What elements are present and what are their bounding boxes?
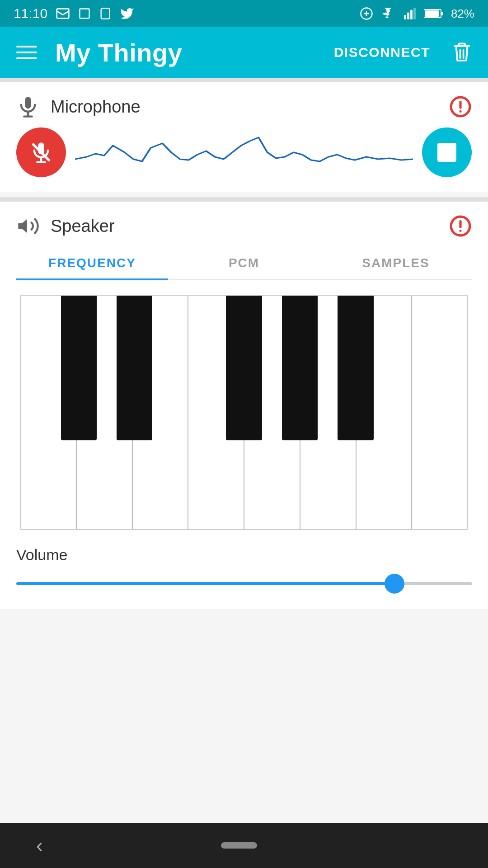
battery-icon [424, 8, 444, 19]
tab-frequency[interactable]: FREQUENCY [16, 247, 168, 279]
menu-line-1 [16, 46, 37, 47]
speaker-header-left: Speaker [16, 214, 115, 238]
svg-rect-8 [410, 10, 413, 19]
microphone-card: Microphone [0, 82, 488, 192]
mic-title: Microphone [51, 97, 141, 117]
menu-button[interactable] [16, 46, 37, 59]
svg-rect-7 [407, 13, 409, 19]
white-key-e[interactable] [133, 296, 189, 529]
battery-percent: 82% [451, 7, 474, 21]
back-button[interactable]: ‹ [36, 834, 43, 857]
white-key-b[interactable] [357, 296, 413, 529]
speaker-title: Speaker [51, 217, 115, 236]
white-key-c[interactable] [21, 296, 77, 529]
white-key-c2[interactable] [412, 296, 467, 529]
status-bar-right: 82% [360, 7, 474, 21]
speaker-card-header: Speaker [16, 214, 472, 238]
white-key-a[interactable] [300, 296, 357, 529]
volume-thumb[interactable] [385, 574, 404, 594]
svg-rect-1 [80, 9, 89, 19]
svg-rect-6 [404, 15, 406, 19]
add-icon [360, 7, 373, 20]
piano-keyboard[interactable] [20, 295, 468, 530]
svg-marker-25 [18, 219, 27, 233]
bottom-navigation: ‹ [0, 823, 488, 868]
white-key-g[interactable] [244, 296, 300, 529]
wifi-icon [380, 7, 396, 20]
mic-alert-icon [449, 95, 472, 118]
svg-point-28 [460, 230, 462, 232]
waveform-display [75, 127, 413, 177]
outlook-icon [56, 6, 70, 21]
volume-section: Volume [16, 546, 472, 593]
menu-line-2 [16, 52, 37, 53]
record-stop-icon [437, 143, 456, 162]
svg-point-20 [460, 110, 462, 113]
speaker-alert-icon [449, 215, 472, 237]
svg-rect-2 [101, 8, 110, 19]
note-icon [78, 7, 91, 20]
twitter-icon [120, 6, 134, 21]
mic-icon [16, 95, 40, 118]
svg-rect-12 [441, 12, 443, 15]
volume-label: Volume [16, 546, 472, 564]
speaker-tabs: FREQUENCY PCM SAMPLES [16, 247, 472, 280]
status-time: 11:10 [14, 6, 47, 21]
svg-rect-11 [425, 10, 439, 17]
svg-rect-9 [413, 8, 416, 19]
white-key-f[interactable] [188, 296, 244, 529]
tab-pcm[interactable]: PCM [168, 247, 320, 279]
mic-controls [16, 127, 472, 177]
app-title: My Thingy [55, 38, 334, 67]
app-bar-actions: DISCONNECT [334, 41, 472, 64]
status-bar: 11:10 82% [0, 0, 488, 27]
signal-icon [403, 7, 417, 20]
volume-track-inactive [394, 582, 472, 585]
home-button[interactable] [221, 842, 257, 849]
mic-mute-button[interactable] [16, 127, 66, 177]
menu-line-3 [16, 57, 37, 59]
sim-icon [99, 7, 112, 20]
svg-rect-15 [25, 97, 31, 108]
separator-1 [0, 78, 488, 82]
mic-card-header: Microphone [16, 95, 472, 118]
speaker-icon [16, 214, 40, 238]
disconnect-button[interactable]: DISCONNECT [334, 45, 430, 60]
piano-wrapper [16, 295, 472, 530]
app-bar: My Thingy DISCONNECT [0, 27, 488, 78]
tab-samples[interactable]: SAMPLES [320, 247, 472, 279]
separator-2 [0, 197, 488, 202]
status-bar-left: 11:10 [14, 6, 134, 21]
white-key-d[interactable] [77, 296, 133, 529]
mic-header-left: Microphone [16, 95, 141, 118]
white-keys [21, 296, 467, 529]
trash-button[interactable] [452, 41, 472, 64]
speaker-card: Speaker FREQUENCY PCM SAMPLES [0, 202, 488, 609]
svg-rect-0 [57, 9, 69, 18]
volume-slider[interactable] [16, 575, 472, 593]
mic-record-button[interactable] [422, 127, 472, 177]
